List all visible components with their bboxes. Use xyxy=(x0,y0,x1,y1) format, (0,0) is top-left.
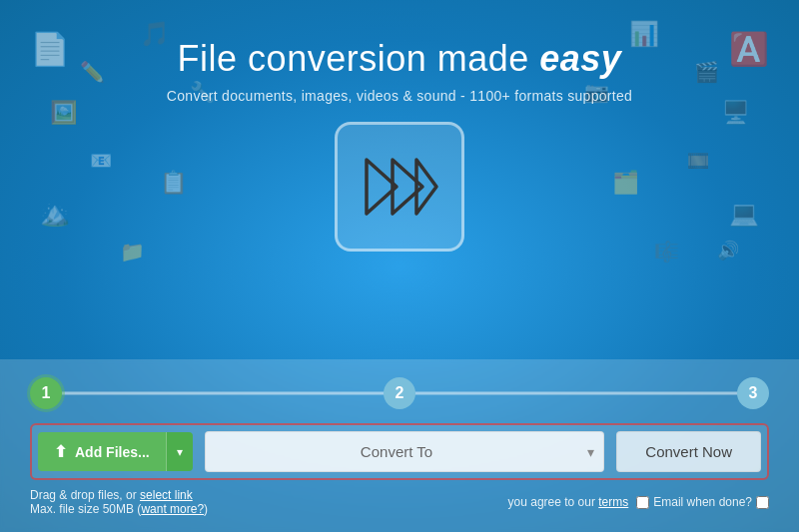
action-row: ⬆ Add Files... ▾ Convert To Convert Now xyxy=(30,423,769,480)
terms-link[interactable]: terms xyxy=(598,495,628,509)
add-files-dropdown-button[interactable]: ▾ xyxy=(166,432,193,471)
select-link[interactable]: select link xyxy=(140,488,193,502)
email-checkbox-2[interactable] xyxy=(756,496,769,509)
email-label: Email when done? xyxy=(653,495,752,509)
footer-left: Drag & drop files, or select link Max. f… xyxy=(30,488,208,516)
add-files-button[interactable]: ⬆ Add Files... xyxy=(38,432,166,471)
drag-drop-text: Drag & drop files, or xyxy=(30,488,140,502)
step-2: 2 xyxy=(384,377,415,409)
agree-text: you agree to our terms xyxy=(508,495,629,509)
footer-right: you agree to our terms Email when done? xyxy=(508,488,769,516)
convert-to-select[interactable]: Convert To xyxy=(205,431,605,472)
footer-row: Drag & drop files, or select link Max. f… xyxy=(30,488,769,516)
convert-now-label: Convert Now xyxy=(645,443,732,460)
hero-title: File conversion made easy xyxy=(0,38,799,80)
bottom-panel: 1 2 3 ⬆ Add Files... ▾ Convert To xyxy=(0,359,799,532)
hero-section: File conversion made easy Convert docume… xyxy=(0,0,799,252)
add-files-group: ⬆ Add Files... ▾ xyxy=(38,432,193,471)
chevron-down-icon: ▾ xyxy=(177,445,183,459)
add-files-label: Add Files... xyxy=(75,444,150,460)
hero-subtitle: Convert documents, images, videos & soun… xyxy=(0,88,799,104)
hero-title-plain: File conversion made xyxy=(178,38,540,79)
convert-now-button[interactable]: Convert Now xyxy=(616,431,761,472)
steps-row: 1 2 3 xyxy=(30,377,769,409)
convert-to-wrapper: Convert To xyxy=(205,431,605,472)
want-more-link[interactable]: want more? xyxy=(141,502,204,516)
svg-marker-2 xyxy=(416,160,436,214)
upload-icon: ⬆ xyxy=(54,442,67,461)
center-logo: .sketch-arrow { fill: none; stroke: #333… xyxy=(335,122,464,252)
step-3: 3 xyxy=(737,377,769,409)
hero-title-emphasis: easy xyxy=(539,38,621,79)
email-checkbox[interactable] xyxy=(636,496,649,509)
email-checkbox-group: Email when done? xyxy=(636,495,769,509)
logo-icon: .sketch-arrow { fill: none; stroke: #333… xyxy=(355,142,444,232)
step-1: 1 xyxy=(30,377,62,409)
max-size-text: Max. file size 50MB ( xyxy=(30,502,141,516)
